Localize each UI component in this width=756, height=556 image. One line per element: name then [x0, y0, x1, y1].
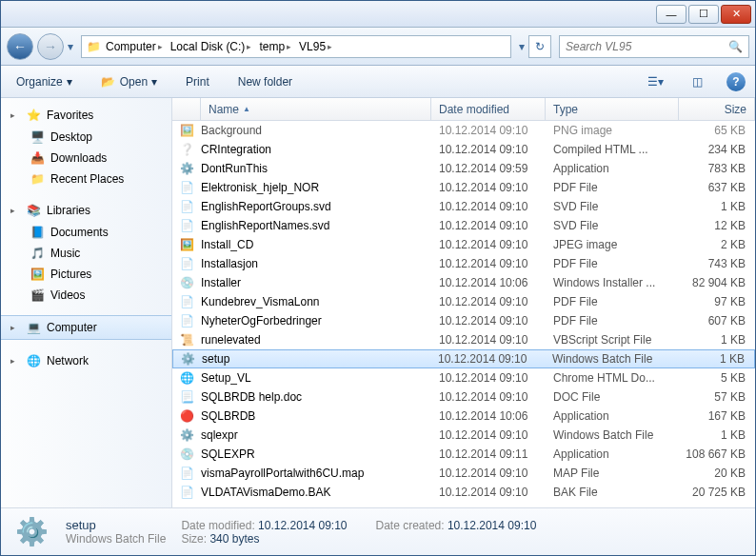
- file-row[interactable]: 🖼️ Install_CD 10.12.2014 09:10 JPEG imag…: [172, 235, 755, 254]
- sidebar-item-music[interactable]: 🎵Music: [1, 243, 171, 264]
- address-bar[interactable]: 📁 Computer ▸ Local Disk (C:) ▸ temp ▸ VL…: [81, 35, 511, 58]
- file-date: 10.12.2014 10:06: [431, 276, 546, 289]
- file-icon: 🖼️: [172, 238, 201, 251]
- chevron-right-icon[interactable]: ▸: [247, 42, 251, 51]
- sidebar-item-recent[interactable]: 📁Recent Places: [1, 169, 171, 189]
- organize-button[interactable]: Organize ▾: [10, 71, 78, 92]
- sidebar-favorites[interactable]: ▸⭐Favorites: [1, 104, 171, 127]
- sidebar-item-downloads[interactable]: 📥Downloads: [1, 148, 171, 169]
- sidebar-label: Favorites: [47, 109, 93, 122]
- file-icon: 📄: [172, 486, 201, 499]
- crumb-disk[interactable]: Local Disk (C:) ▸: [168, 38, 255, 55]
- file-type: PDF File: [546, 314, 679, 328]
- file-name: Background: [201, 124, 431, 137]
- maximize-button[interactable]: ☐: [688, 5, 719, 24]
- col-name[interactable]: Name▲: [201, 98, 431, 120]
- crumb-vl95[interactable]: VL95 ▸: [296, 38, 335, 55]
- col-date[interactable]: Date modified: [431, 98, 546, 120]
- file-icon: 📄: [172, 200, 201, 213]
- file-row[interactable]: 💿 SQLEXPR 10.12.2014 09:11 Application 1…: [172, 445, 755, 464]
- col-icon[interactable]: [172, 98, 201, 120]
- file-row[interactable]: ❔ CRIntegration 10.12.2014 09:10 Compile…: [172, 140, 755, 159]
- file-row[interactable]: 📄 VLDATAVismaDemo.BAK 10.12.2014 09:10 B…: [172, 483, 755, 502]
- navbar: ← → ▾ 📁 Computer ▸ Local Disk (C:) ▸ tem…: [1, 28, 755, 66]
- help-button[interactable]: ?: [726, 72, 746, 91]
- address-dropdown-icon[interactable]: ▾: [519, 40, 525, 53]
- sidebar-item-documents[interactable]: 📘Documents: [1, 222, 171, 243]
- open-button[interactable]: 📂Open ▾: [95, 70, 163, 93]
- crumb-temp[interactable]: temp ▸: [256, 38, 294, 55]
- file-size: 108 667 KB: [679, 447, 755, 461]
- file-row[interactable]: ⚙️ sqlexpr 10.12.2014 09:10 Windows Batc…: [172, 426, 755, 445]
- refresh-button[interactable]: ↻: [528, 35, 551, 58]
- back-button[interactable]: ←: [7, 33, 33, 60]
- search-box[interactable]: 🔍: [559, 35, 749, 58]
- search-icon[interactable]: 🔍: [728, 40, 743, 53]
- file-date: 10.12.2014 10:06: [431, 409, 546, 423]
- sidebar-network[interactable]: ▸🌐Network: [1, 349, 171, 372]
- preview-pane-button[interactable]: ◫: [685, 71, 709, 92]
- sidebar-item-videos[interactable]: 🎬Videos: [1, 285, 171, 306]
- sidebar-item-label: Pictures: [50, 268, 91, 281]
- file-row[interactable]: 📄 vismaPayrollPortalwith6CU.map 10.12.20…: [172, 464, 755, 483]
- chevron-right-icon[interactable]: ▸: [287, 42, 291, 51]
- sidebar[interactable]: ▸⭐Favorites 🖥️Desktop 📥Downloads 📁Recent…: [1, 98, 172, 507]
- collapse-icon[interactable]: ▸: [10, 206, 20, 215]
- file-size: 1 KB: [679, 428, 755, 442]
- search-input[interactable]: [566, 40, 728, 53]
- crumb-computer[interactable]: Computer ▸: [103, 38, 166, 55]
- file-row[interactable]: 📃 SQLBRDB help.doc 10.12.2014 09:10 DOC …: [172, 387, 755, 407]
- col-type[interactable]: Type: [546, 98, 679, 120]
- view-options-button[interactable]: ☰ ▾: [643, 71, 667, 92]
- titlebar[interactable]: — ☐ ✕: [1, 1, 755, 28]
- file-row[interactable]: 📄 NyheterOgForbedringer 10.12.2014 09:10…: [172, 311, 755, 330]
- close-button[interactable]: ✕: [721, 5, 751, 24]
- file-size: 65 KB: [679, 124, 755, 137]
- star-icon: ⭐: [26, 108, 41, 123]
- new-folder-button[interactable]: New folder: [232, 71, 298, 92]
- explorer-window: — ☐ ✕ ← → ▾ 📁 Computer ▸ Local Disk (C:)…: [0, 0, 756, 556]
- sidebar-item-desktop[interactable]: 🖥️Desktop: [1, 127, 171, 148]
- sidebar-libraries[interactable]: ▸📚Libraries: [1, 199, 171, 222]
- file-row[interactable]: 🌐 Setup_VL 10.12.2014 09:10 Chrome HTML …: [172, 368, 755, 387]
- file-row[interactable]: 💿 Installer 10.12.2014 10:06 Windows Ins…: [172, 273, 755, 292]
- organize-label: Organize: [16, 75, 63, 89]
- print-button[interactable]: Print: [180, 71, 215, 92]
- file-name: vismaPayrollPortalwith6CU.map: [201, 467, 431, 480]
- sidebar-computer[interactable]: ▸💻Computer: [1, 315, 171, 340]
- file-row[interactable]: 🖼️ Background 10.12.2014 09:10 PNG image…: [172, 121, 755, 140]
- chevron-right-icon[interactable]: ▸: [328, 42, 332, 51]
- details-modified-label: Date modified:: [181, 519, 254, 532]
- file-row[interactable]: 📜 runelevated 10.12.2014 09:10 VBScript …: [172, 330, 755, 349]
- open-label: Open: [120, 75, 148, 89]
- file-row[interactable]: ⚙️ DontRunThis 10.12.2014 09:59 Applicat…: [172, 159, 755, 178]
- minimize-button[interactable]: —: [656, 5, 686, 24]
- collapse-icon[interactable]: ▸: [10, 356, 20, 366]
- crumb-label: VL95: [299, 40, 326, 53]
- details-type: Windows Batch File: [66, 532, 166, 546]
- file-icon: 💿: [172, 276, 201, 289]
- file-row[interactable]: 📄 Kundebrev_VismaLonn 10.12.2014 09:10 P…: [172, 292, 755, 311]
- file-row[interactable]: 📄 EnglishReportGroups.svd 10.12.2014 09:…: [172, 197, 755, 216]
- file-row[interactable]: 📄 EnglishReportNames.svd 10.12.2014 09:1…: [172, 216, 755, 235]
- file-row[interactable]: 🔴 SQLBRDB 10.12.2014 10:06 Application 1…: [172, 407, 755, 426]
- collapse-icon[interactable]: ▸: [10, 323, 20, 332]
- col-size[interactable]: Size: [679, 98, 755, 120]
- file-row[interactable]: 📄 Elektronisk_hjelp_NOR 10.12.2014 09:10…: [172, 178, 755, 197]
- file-type: PDF File: [546, 181, 679, 194]
- history-dropdown-icon[interactable]: ▾: [68, 40, 73, 53]
- crumb-label: temp: [259, 40, 285, 53]
- sidebar-item-pictures[interactable]: 🖼️Pictures: [1, 264, 171, 285]
- file-size: 1 KB: [679, 200, 755, 213]
- crumb-label: Local Disk (C:): [170, 40, 246, 53]
- file-row[interactable]: 📄 Installasjon 10.12.2014 09:10 PDF File…: [172, 254, 755, 273]
- pictures-icon: 🖼️: [30, 267, 45, 282]
- file-size: 607 KB: [679, 314, 755, 328]
- file-row[interactable]: ⚙️ setup 10.12.2014 09:10 Windows Batch …: [172, 349, 755, 368]
- chevron-right-icon[interactable]: ▸: [158, 42, 163, 51]
- desktop-icon: 🖥️: [30, 129, 45, 145]
- forward-button[interactable]: →: [37, 33, 64, 60]
- file-list[interactable]: 🖼️ Background 10.12.2014 09:10 PNG image…: [172, 121, 755, 507]
- file-type: Chrome HTML Do...: [546, 371, 679, 385]
- collapse-icon[interactable]: ▸: [10, 110, 20, 120]
